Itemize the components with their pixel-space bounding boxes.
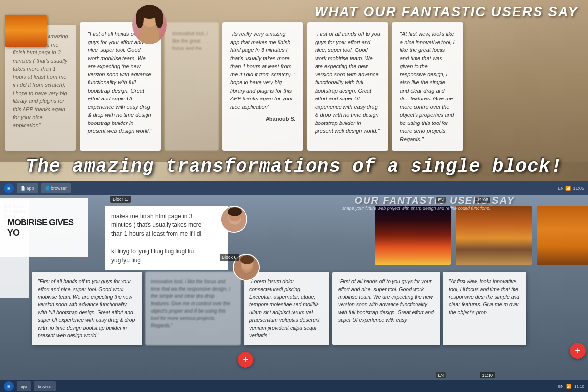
- lower-card-right2: "At first view, looks innovative tool, i…: [443, 272, 526, 345]
- block-1-label: Block 1.: [110, 196, 131, 203]
- top-section: WHAT OUR FANTASTIC USERS SAY "its: [0, 0, 588, 162]
- testimonial-cards-top: "its really very amazing app that makes …: [0, 20, 588, 151]
- builder-text-line2: minutes ( that's usually takes more: [111, 220, 222, 229]
- signal-icon: 📶: [566, 384, 571, 389]
- svg-point-10: [228, 207, 242, 216]
- svg-point-5: [155, 9, 163, 28]
- main-overlay-section: The amazing transformations of a single …: [0, 152, 588, 181]
- svg-rect-14: [239, 273, 256, 281]
- bottom-sys-tray: EN 📶 11:10: [558, 384, 584, 389]
- desktop-taskbar-top: ⊞ 📄 app 🌐 browser EN 📶 11:05: [0, 181, 588, 195]
- lang-badge-1: EN: [436, 197, 446, 203]
- mobirise-logo-text: MOBIRISE GIVES YO: [7, 218, 81, 238]
- sunset-image-2: [456, 206, 532, 265]
- bottom-clock: 11:10: [574, 384, 584, 389]
- network-icon: 📶: [565, 186, 571, 191]
- bottom-start-btn[interactable]: ⊞: [4, 381, 14, 391]
- card-3-text: innovative tool, i like the great focus …: [172, 30, 211, 52]
- lower-card-lorem-text: "Lorem ipsum dolor consecteturadi piscin…: [249, 278, 323, 340]
- builder-ui-panel: Block 1. makes me finish html page in 3 …: [105, 196, 233, 392]
- testimonial-card-5: "First of all hands off to you guys for …: [307, 22, 388, 151]
- svg-point-4: [136, 9, 144, 28]
- card-1-text: "its really very amazing app that makes …: [13, 32, 68, 129]
- small-landscape-image: [5, 15, 47, 47]
- lower-card-right2-text: "At first view, looks innovative tool, i…: [449, 278, 520, 317]
- card-6-text: "At first view, looks like a nice innova…: [400, 30, 455, 143]
- bottom-taskbar: ⊞ app browser EN 📶 11:10: [0, 380, 588, 392]
- builder-text-line5: kf liuyg lo lyuig l luig liug liugl liu: [111, 247, 222, 256]
- profile-image-top: [132, 5, 172, 49]
- mobirise-logo-area: MOBIRISE GIVES YO: [0, 198, 88, 257]
- plus-button-1[interactable]: +: [238, 352, 253, 368]
- screenshot-container: WHAT OUR FANTASTIC USERS SAY "its: [0, 0, 588, 392]
- bottom-section: ⊞ 📄 app 🌐 browser EN 📶 11:05 MOBIRISE GI…: [0, 181, 588, 392]
- taskbar-time-3: 11:10: [480, 372, 495, 378]
- taskbar-time-2: 11:06: [475, 197, 490, 203]
- header-title: WHAT OUR FANTASTIC USERS SAY: [315, 4, 578, 20]
- lower-card-right1: "First of all hands off to you guys for …: [332, 272, 440, 345]
- page-subtitle: shape your future web project with sharp…: [342, 206, 490, 211]
- fantastic-header-overlay: OUR FANTASTIC USERS SAY: [355, 195, 514, 206]
- svg-point-15: [240, 255, 254, 264]
- builder-text-line3: than 1 hours at least from me if i di: [111, 229, 222, 238]
- card-5-text: "First of all hands off to you guys for …: [315, 30, 380, 135]
- plus-icon: +: [243, 354, 248, 366]
- bottom-taskbar-item2[interactable]: browser: [34, 381, 55, 391]
- lower-card-right1-text: "First of all hands off to you guys for …: [338, 278, 434, 324]
- avatar-circle-1: [220, 206, 247, 233]
- taskbar-time-1: 11:05: [573, 186, 584, 191]
- builder-text-line6: yug lyu liug: [111, 256, 222, 265]
- lower-card-lorem: "Lorem ipsum dolor consecteturadi piscin…: [244, 272, 329, 345]
- plus-button-2[interactable]: +: [570, 343, 586, 359]
- card-4-text: "its really very amazing app that makes …: [230, 30, 295, 111]
- taskbar-app-item[interactable]: 📄 app: [17, 183, 38, 193]
- bottom-lang: EN: [558, 384, 564, 389]
- svg-rect-2: [140, 30, 159, 44]
- taskbar-browser-item[interactable]: 🌐 browser: [41, 183, 71, 193]
- block-6-label: Block 6: [220, 254, 239, 261]
- lang-badge-2: EN: [436, 372, 446, 378]
- builder-main-panel: makes me finish html page in 3 minutes (…: [105, 206, 228, 270]
- svg-rect-9: [226, 225, 244, 233]
- bottom-taskbar-item1[interactable]: app: [17, 381, 31, 391]
- lang-indicator: EN: [558, 186, 564, 191]
- plus-icon-2: +: [575, 345, 581, 357]
- testimonial-card-3: innovative tool, i like the great focus …: [165, 22, 219, 151]
- card-4-name: Abanoub S.: [230, 115, 295, 123]
- testimonial-card-6: "At first view, looks like a nice innova…: [392, 22, 463, 151]
- profile-avatar-top: [132, 5, 167, 44]
- testimonial-card-4: "its really very amazing app that makes …: [222, 22, 303, 151]
- sunset-image-3: [537, 206, 588, 265]
- sunset-image-1: [375, 206, 451, 265]
- builder-text-line1: makes me finish html page in 3: [111, 212, 222, 220]
- main-title: The amazing transformations of a single …: [10, 156, 578, 177]
- avatar-1-area: [220, 206, 247, 233]
- taskbar-start-button[interactable]: ⊞: [4, 183, 14, 193]
